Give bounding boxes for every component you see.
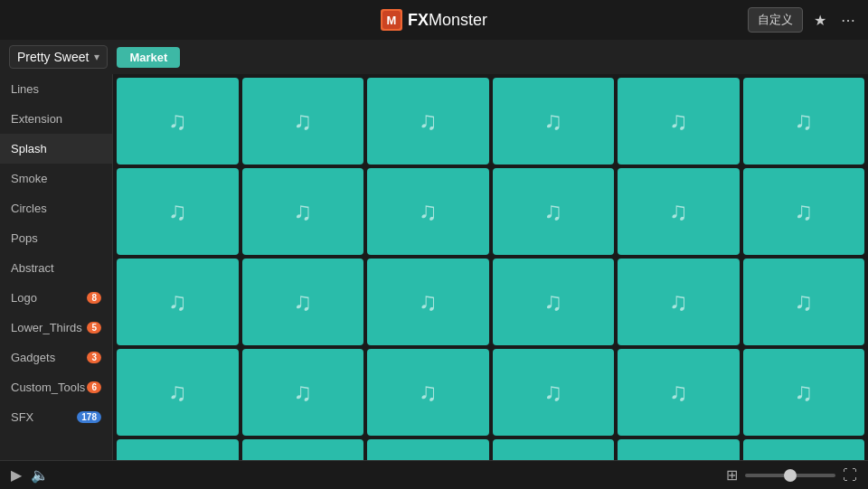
volume-button[interactable]: 🔈	[31, 466, 49, 484]
grid-item[interactable]: ♫	[367, 168, 489, 255]
grid-item[interactable]: ♫	[618, 439, 740, 460]
music-note-icon: ♫	[669, 107, 688, 136]
grid-item[interactable]: ♫	[117, 168, 239, 255]
grid-item[interactable]: ♫	[367, 259, 489, 345]
bottombar-left: ▶ 🔈	[11, 466, 49, 484]
sidebar-item-label: Gadgets	[11, 351, 55, 364]
bottombar-center: ⊞ ⛶	[726, 466, 857, 484]
music-note-icon: ♫	[293, 197, 312, 226]
grid-item[interactable]: ♫	[743, 168, 865, 255]
grid-item[interactable]: ♫	[493, 439, 615, 460]
music-note-icon: ♫	[669, 378, 688, 407]
music-note-icon: ♫	[669, 287, 688, 316]
sidebar-item-sfx[interactable]: SFX178	[0, 402, 112, 432]
grid-item[interactable]: ♫	[618, 349, 740, 436]
sidebar-item-splash[interactable]: Splash	[0, 134, 112, 164]
more-button[interactable]: ⋯	[837, 8, 859, 33]
header-actions: 自定义 ★ ⋯	[748, 7, 859, 33]
grid-item[interactable]: ♫	[242, 78, 364, 165]
music-note-icon: ♫	[794, 107, 813, 136]
logo: M FXMonster	[381, 9, 487, 31]
sidebar-item-circles[interactable]: Circles	[0, 193, 112, 223]
music-note-icon: ♫	[543, 197, 562, 226]
grid-item[interactable]: ♫	[242, 439, 364, 460]
grid-item[interactable]: ♫	[743, 78, 865, 165]
sidebar-item-badge: 178	[77, 411, 101, 423]
grid-item[interactable]: ♫	[367, 439, 489, 460]
music-note-icon: ♫	[168, 107, 187, 136]
music-note-icon: ♫	[419, 107, 438, 136]
chevron-down-icon: ▾	[94, 51, 99, 63]
tab-market[interactable]: Market	[117, 47, 180, 68]
sidebar-item-logo[interactable]: Logo8	[0, 283, 112, 313]
sidebar-item-label: Custom_Tools	[11, 381, 85, 394]
sidebar-item-gadgets[interactable]: Gadgets3	[0, 343, 112, 372]
grid-item[interactable]: ♫	[117, 349, 239, 436]
sidebar-item-badge: 6	[87, 381, 101, 393]
sidebar-item-label: Logo	[11, 291, 37, 305]
sidebar-item-abstract[interactable]: Abstract	[0, 253, 112, 283]
sidebar-item-extension[interactable]: Extension	[0, 104, 112, 134]
grid-item[interactable]: ♫	[242, 349, 364, 436]
music-note-icon: ♫	[168, 378, 187, 407]
grid-item[interactable]: ♫	[117, 259, 239, 345]
grid-item[interactable]: ♫	[743, 439, 865, 460]
sidebar-item-badge: 8	[87, 292, 101, 304]
grid-item[interactable]: ♫	[618, 259, 740, 345]
grid-item[interactable]: ♫	[493, 168, 615, 255]
expand-button[interactable]: ⛶	[843, 467, 857, 484]
play-button[interactable]: ▶	[11, 466, 22, 484]
grid-view-button[interactable]: ⊞	[726, 466, 738, 484]
music-note-icon: ♫	[293, 378, 312, 407]
main-layout: LinesExtensionSplashSmokeCirclesPopsAbst…	[0, 74, 868, 460]
grid-item[interactable]: ♫	[618, 78, 740, 165]
sidebar-item-smoke[interactable]: Smoke	[0, 164, 112, 193]
star-button[interactable]: ★	[810, 8, 830, 33]
music-note-icon: ♫	[794, 378, 813, 407]
grid-item[interactable]: ♫	[743, 259, 865, 345]
zoom-slider-container	[745, 474, 835, 477]
music-note-icon: ♫	[794, 197, 813, 226]
music-note-icon: ♫	[794, 287, 813, 316]
music-note-icon: ♫	[168, 287, 187, 316]
music-note-icon: ♫	[419, 197, 438, 226]
preset-name: Pretty Sweet	[17, 50, 89, 64]
sidebar-item-label: Pops	[11, 231, 38, 245]
sidebar-item-lower_thirds[interactable]: Lower_Thirds5	[0, 313, 112, 343]
sidebar-item-label: Smoke	[11, 172, 47, 185]
grid-item[interactable]: ♫	[367, 78, 489, 165]
grid-item[interactable]: ♫	[117, 439, 239, 460]
bottombar: ▶ 🔈 ⊞ ⛶	[0, 460, 868, 489]
music-note-icon: ♫	[293, 287, 312, 316]
logo-text: FXMonster	[408, 11, 487, 30]
sidebar-item-label: Circles	[11, 202, 47, 215]
zoom-slider[interactable]	[745, 474, 835, 477]
grid-item[interactable]: ♫	[618, 168, 740, 255]
music-note-icon: ♫	[543, 287, 562, 316]
sidebar-item-label: Lines	[11, 82, 39, 96]
music-note-icon: ♫	[419, 287, 438, 316]
grid-item[interactable]: ♫	[242, 259, 364, 345]
sidebar-item-label: Splash	[11, 142, 47, 155]
custom-button[interactable]: 自定义	[748, 7, 803, 33]
preset-selector[interactable]: Pretty Sweet ▾	[9, 45, 108, 69]
sidebar-item-badge: 3	[87, 352, 101, 363]
sidebar-item-label: SFX	[11, 410, 33, 424]
grid-item[interactable]: ♫	[493, 349, 615, 436]
content-area: ♫♫♫♫♫♫♫♫♫♫♫♫♫♫♫♫♫♫♫♫♫♫♫♫♫♫♫♫♫♫♫♫♫♫♫♫	[113, 74, 868, 460]
sidebar-item-label: Abstract	[11, 261, 54, 275]
grid-item[interactable]: ♫	[493, 259, 615, 345]
items-grid: ♫♫♫♫♫♫♫♫♫♫♫♫♫♫♫♫♫♫♫♫♫♫♫♫♫♫♫♫♫♫♫♫♫♫♫♫	[117, 78, 864, 460]
svg-text:M: M	[387, 14, 397, 27]
sidebar-item-custom_tools[interactable]: Custom_Tools6	[0, 372, 112, 402]
grid-item[interactable]: ♫	[493, 78, 615, 165]
grid-item[interactable]: ♫	[242, 168, 364, 255]
music-note-icon: ♫	[669, 197, 688, 226]
grid-item[interactable]: ♫	[367, 349, 489, 436]
sidebar-item-pops[interactable]: Pops	[0, 223, 112, 253]
grid-item[interactable]: ♫	[117, 78, 239, 165]
sidebar-item-lines[interactable]: Lines	[0, 74, 112, 104]
sidebar-item-label: Extension	[11, 112, 62, 126]
music-note-icon: ♫	[543, 107, 562, 136]
grid-item[interactable]: ♫	[743, 349, 865, 436]
